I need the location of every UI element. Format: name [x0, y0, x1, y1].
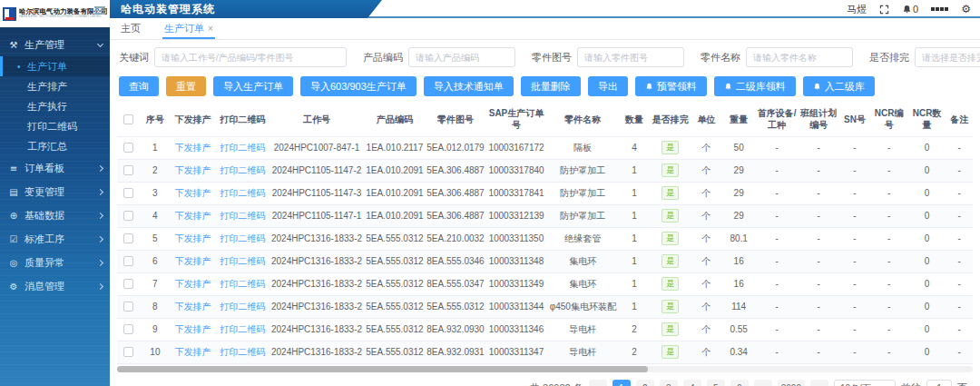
- row-checkbox[interactable]: [123, 347, 133, 357]
- cell: -: [870, 159, 908, 182]
- sidebar-item-quality-exception[interactable]: ◎ 质量异常: [0, 251, 110, 274]
- company-logo: 哈尔滨电气动力装备有限公司 HARBIN ELECTRIC POWER EQUI…: [0, 0, 110, 27]
- page-button[interactable]: 5: [707, 380, 725, 386]
- warning-picking-button[interactable]: 预警领料: [635, 76, 707, 96]
- page-button[interactable]: 3: [660, 380, 678, 386]
- row-checkbox[interactable]: [123, 211, 133, 221]
- row-checkbox[interactable]: [123, 143, 133, 153]
- row-checkbox[interactable]: [123, 233, 133, 243]
- scheduled-tag: 是: [662, 232, 679, 245]
- next-page-button[interactable]: ›: [810, 380, 828, 386]
- page-button[interactable]: 4: [683, 380, 701, 386]
- row-checkbox[interactable]: [123, 256, 133, 266]
- into-secondary-store-button[interactable]: 入二级库: [803, 76, 875, 96]
- cell: 10003317841: [485, 182, 546, 204]
- row-checkbox[interactable]: [123, 188, 133, 198]
- print-qr-link[interactable]: 打印二维码: [220, 279, 265, 289]
- cell: 1: [619, 204, 650, 227]
- dispatch-link[interactable]: 下发排产: [175, 188, 211, 198]
- sidebar-item-base-data[interactable]: ⊕ 基础数据: [0, 203, 110, 227]
- print-qr-link[interactable]: 打印二维码: [220, 347, 265, 357]
- dispatch-link[interactable]: 下发排产: [175, 211, 211, 221]
- print-qr-link[interactable]: 打印二维码: [220, 165, 265, 175]
- cell: -: [756, 159, 798, 182]
- batch-delete-button[interactable]: 批量删除: [521, 76, 581, 96]
- sidebar-item-order-board[interactable]: ≡ 订单看板: [0, 156, 110, 180]
- reset-button[interactable]: 重置: [166, 76, 206, 96]
- dispatch-link[interactable]: 下发排产: [175, 233, 211, 243]
- dispatch-link[interactable]: 下发排产: [175, 143, 211, 153]
- page-button[interactable]: 3699: [778, 380, 805, 386]
- dispatch-link[interactable]: 下发排产: [175, 302, 211, 312]
- import-603-903-button[interactable]: 导入603/903生产订单: [300, 76, 416, 96]
- close-icon[interactable]: ×: [208, 24, 213, 34]
- page-button[interactable]: 2: [636, 380, 654, 386]
- cell: 个: [691, 136, 722, 159]
- apps-grid-icon[interactable]: [931, 7, 948, 11]
- part-drawing-input[interactable]: [577, 47, 684, 67]
- scheduled-select-input[interactable]: [915, 47, 980, 67]
- sidebar-item-message-management[interactable]: ⚙ 消息管理: [0, 274, 110, 298]
- cell: -: [946, 341, 973, 363]
- cell: -: [839, 227, 870, 250]
- cell: -: [870, 250, 908, 272]
- cell: 个: [691, 295, 722, 318]
- tab-home[interactable]: 主页: [119, 22, 142, 39]
- import-tech-notice-button[interactable]: 导入技术通知单: [424, 76, 514, 96]
- tab-production-orders[interactable]: 生产订单×: [162, 22, 215, 39]
- query-button[interactable]: 查询: [119, 76, 159, 96]
- page-button[interactable]: 1: [612, 380, 631, 386]
- dispatch-link[interactable]: 下发排产: [175, 165, 211, 175]
- keyword-input[interactable]: [154, 47, 347, 67]
- cell: 10003311344: [485, 295, 546, 318]
- print-qr-link[interactable]: 打印二维码: [220, 233, 265, 243]
- more-pages-button[interactable]: ...: [754, 380, 772, 386]
- page-button[interactable]: 6: [730, 380, 749, 386]
- print-qr-link[interactable]: 打印二维码: [220, 143, 265, 153]
- dispatch-link[interactable]: 下发排产: [175, 324, 211, 334]
- row-checkbox[interactable]: [123, 165, 133, 175]
- goto-page-input[interactable]: [926, 380, 952, 386]
- sidebar-collapse-icon[interactable]: [94, 5, 105, 16]
- sidebar-item-standard-process[interactable]: ☑ 标准工序: [0, 227, 110, 251]
- select-all-checkbox[interactable]: [123, 114, 133, 124]
- page-size-select[interactable]: 10条/页: [834, 380, 896, 386]
- sidebar-item-production-management[interactable]: ⚒ 生产管理: [0, 33, 110, 56]
- sidebar-item-production-scheduling[interactable]: 生产排产: [0, 76, 110, 96]
- print-qr-link[interactable]: 打印二维码: [220, 211, 265, 221]
- dispatch-link[interactable]: 下发排产: [175, 279, 211, 289]
- user-name[interactable]: 马煜: [847, 3, 867, 16]
- chevron-down-icon: [97, 40, 103, 46]
- row-checkbox[interactable]: [123, 324, 133, 334]
- main-content: 主页 生产订单× 关键词 产品编码 零件图号 零件名称 是否排完: [110, 20, 980, 386]
- notification-bell-icon[interactable]: 0: [902, 4, 918, 15]
- cell: -: [756, 136, 798, 159]
- product-code-input[interactable]: [408, 47, 515, 67]
- row-checkbox[interactable]: [123, 279, 133, 289]
- settings-gear-icon[interactable]: ⚙: [961, 4, 971, 15]
- scheduled-tag: 是: [662, 209, 679, 223]
- print-qr-link[interactable]: 打印二维码: [220, 188, 265, 198]
- row-checkbox[interactable]: [123, 302, 133, 312]
- sidebar-item-production-orders[interactable]: • 生产订单: [0, 56, 110, 76]
- fullscreen-icon[interactable]: [879, 5, 889, 15]
- dispatch-link[interactable]: 下发排产: [175, 256, 211, 266]
- dispatch-link[interactable]: 下发排产: [175, 347, 211, 357]
- scrollbar-thumb[interactable]: [117, 366, 648, 372]
- sidebar-item-process-summary[interactable]: 工序汇总: [0, 136, 110, 156]
- sidebar-item-production-execution[interactable]: 生产执行: [0, 96, 110, 116]
- print-qr-link[interactable]: 打印二维码: [220, 256, 265, 266]
- part-name-input[interactable]: [746, 47, 853, 67]
- scheduled-tag: 是: [662, 322, 679, 336]
- prev-page-button[interactable]: ‹: [589, 380, 607, 386]
- sidebar-item-print-qrcode[interactable]: 打印二维码: [0, 116, 110, 136]
- sidebar-item-change-management[interactable]: ▤ 变更管理: [0, 180, 110, 203]
- cell: 0: [908, 318, 946, 341]
- secondary-store-picking-button[interactable]: 二级库领料: [714, 76, 796, 96]
- print-qr-link[interactable]: 打印二维码: [220, 302, 265, 312]
- import-orders-button[interactable]: 导入生产订单: [213, 76, 293, 96]
- print-qr-link[interactable]: 打印二维码: [220, 324, 265, 334]
- scheduled-select[interactable]: [915, 47, 980, 67]
- export-button[interactable]: 导出: [588, 76, 628, 96]
- cell: 2: [619, 318, 650, 341]
